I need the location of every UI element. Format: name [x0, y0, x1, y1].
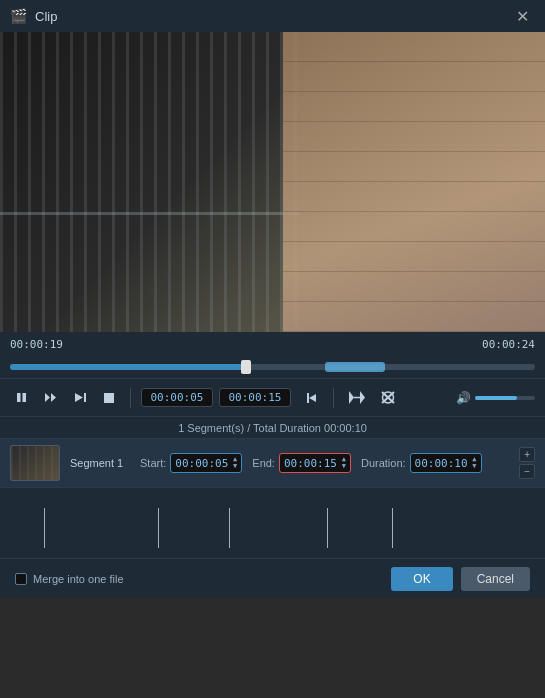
bottom-buttons: OK Cancel	[391, 567, 530, 591]
segment-info-text: 1 Segment(s) / Total Duration 00:00:10	[178, 422, 367, 434]
pause-button[interactable]	[10, 388, 33, 407]
segment-row: Segment 1 Start: 00:00:05 ▲ ▼ End: 00:00…	[0, 438, 545, 488]
svg-marker-3	[51, 393, 56, 402]
svg-rect-7	[307, 393, 309, 403]
svg-marker-10	[360, 391, 365, 404]
svg-rect-5	[84, 393, 86, 402]
segment-thumbnail	[10, 445, 60, 481]
volume-area: 🔊	[456, 391, 535, 405]
volume-icon: 🔊	[456, 391, 471, 405]
duration-field-group: Duration: 00:00:10 ▲ ▼	[361, 453, 482, 473]
mark-in-line	[229, 508, 230, 548]
end-point-line	[392, 508, 393, 548]
separator-2	[333, 388, 334, 408]
merge-checkbox-label: Merge into one file	[33, 573, 124, 585]
svg-marker-9	[349, 391, 354, 404]
timecode-end-display[interactable]: 00:00:15	[219, 388, 291, 407]
controls-bar: 00:00:05 00:00:15 🔊	[0, 378, 545, 416]
title-bar: 🎬 Clip ✕	[0, 0, 545, 32]
merge-checkbox-group[interactable]: Merge into one file	[15, 573, 124, 585]
timecode-bar: 00:00:19 00:00:24	[0, 332, 545, 356]
svg-marker-2	[45, 393, 50, 402]
scrubber-handle[interactable]	[241, 360, 251, 374]
stop-button[interactable]	[98, 389, 120, 407]
app-icon: 🎬	[10, 8, 27, 24]
fence-overlay	[0, 32, 300, 332]
segment-add-button[interactable]: +	[519, 447, 535, 462]
duration-time-field[interactable]: 00:00:10 ▲ ▼	[410, 453, 482, 473]
fence-horizontal	[0, 212, 300, 215]
end-time-field[interactable]: 00:00:15 ▲ ▼	[279, 453, 351, 473]
scrubber-area[interactable]	[0, 356, 545, 378]
scrubber-range-box	[325, 362, 385, 372]
end-spinner[interactable]: ▲ ▼	[342, 456, 346, 470]
stone-lines	[283, 32, 545, 332]
svg-marker-4	[75, 393, 83, 402]
fast-forward-button[interactable]	[39, 388, 63, 407]
delete-clip-button[interactable]	[376, 388, 400, 407]
close-button[interactable]: ✕	[510, 5, 535, 28]
duration-label: Duration:	[361, 457, 406, 469]
window-title: Clip	[35, 9, 502, 24]
segment-remove-button[interactable]: −	[519, 464, 535, 479]
play-section-line	[44, 508, 45, 548]
split-button[interactable]	[344, 388, 370, 407]
bottom-bar: Merge into one file OK Cancel	[0, 558, 545, 598]
mark-out-line	[327, 508, 328, 548]
start-spinner[interactable]: ▲ ▼	[233, 456, 237, 470]
segment-side-buttons: + −	[519, 447, 535, 479]
ok-button[interactable]: OK	[391, 567, 452, 591]
annotation-area: Play section Start point Mark In Mark Ou…	[0, 488, 545, 598]
start-field-group: Start: 00:00:05 ▲ ▼	[140, 453, 242, 473]
start-time-field[interactable]: 00:00:05 ▲ ▼	[170, 453, 242, 473]
mark-in-button[interactable]	[301, 389, 323, 407]
svg-rect-1	[23, 393, 27, 402]
segment-label: Segment 1	[70, 457, 130, 469]
segment-info-bar: 1 Segment(s) / Total Duration 00:00:10	[0, 416, 545, 438]
volume-slider[interactable]	[475, 396, 535, 400]
scrubber-track[interactable]	[10, 364, 535, 370]
end-spinner-down[interactable]: ▼	[342, 463, 346, 470]
scrubber-filled	[10, 364, 246, 370]
timecode-start-display[interactable]: 00:00:05	[141, 388, 213, 407]
video-frame	[0, 32, 545, 332]
svg-rect-6	[104, 393, 114, 403]
start-label: Start:	[140, 457, 166, 469]
volume-fill	[475, 396, 517, 400]
start-spinner-down[interactable]: ▼	[233, 463, 237, 470]
end-field-group: End: 00:00:15 ▲ ▼	[252, 453, 351, 473]
next-frame-button[interactable]	[69, 388, 92, 407]
svg-rect-0	[17, 393, 21, 402]
merge-checkbox-box[interactable]	[15, 573, 27, 585]
segment-thumb-inner	[11, 446, 59, 480]
svg-marker-8	[309, 394, 316, 402]
video-area	[0, 32, 545, 332]
separator-1	[130, 388, 131, 408]
end-label: End:	[252, 457, 275, 469]
timecode-left: 00:00:19	[10, 338, 63, 351]
cancel-button[interactable]: Cancel	[461, 567, 530, 591]
timecode-right: 00:00:24	[482, 338, 535, 351]
start-point-line	[158, 508, 159, 548]
duration-spinner-down[interactable]: ▼	[472, 463, 476, 470]
duration-spinner[interactable]: ▲ ▼	[472, 456, 476, 470]
